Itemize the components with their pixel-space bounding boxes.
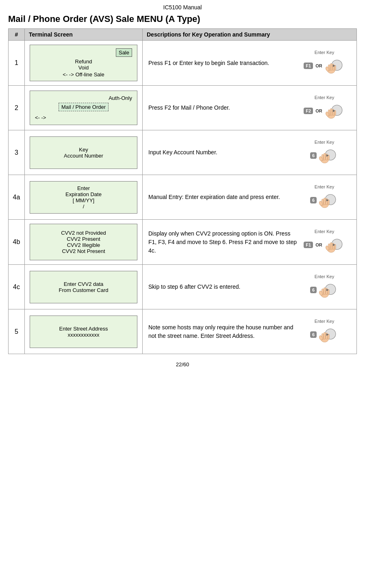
key-hand-wrap: F1OR (304, 56, 345, 76)
or-text: OR (315, 242, 322, 247)
desc-cell: Skip to step 6 after CVV2 is entered. En… (143, 265, 357, 309)
key-hand-wrap: 6 (310, 145, 339, 166)
key-icon-area: Enter Key 6 (298, 274, 351, 300)
row-number: 5 (9, 309, 25, 354)
key-badge: 6 (310, 331, 317, 338)
svg-rect-5 (330, 63, 332, 70)
table-row: 3KeyAccount Number Input Key Account Num… (9, 130, 357, 175)
desc-cell: Display only when CVV2 processing option… (143, 220, 357, 265)
desc-text: Display only when CVV2 processing option… (148, 229, 298, 255)
screen-cell: KeyAccount Number (25, 130, 143, 175)
desc-inner: Press F2 for Mail / Phone Order. Enter K… (148, 95, 351, 121)
screen-highlight: CVV2 not Provided (61, 230, 106, 236)
desc-inner: Display only when CVV2 processing option… (148, 229, 351, 255)
key-hand-wrap: 6 (310, 190, 339, 210)
terminal-screen: CVV2 not Provided CVV2 Present CVV2 Ille… (30, 224, 137, 260)
table-row: 4b CVV2 not Provided CVV2 Present CVV2 I… (9, 220, 357, 265)
desc-text: Note some hosts may only require the hou… (148, 323, 298, 340)
row-number: 1 (9, 41, 25, 86)
col-header-desc: Descriptions for Key Operation and Summa… (143, 29, 357, 41)
key-badge: 6 (310, 197, 317, 203)
desc-inner: Press F1 or Enter key to begin Sale tran… (148, 50, 351, 76)
row-number: 2 (9, 86, 25, 130)
desc-text: Manual Entry: Enter expiration date and … (148, 193, 298, 201)
key-badge: F1 (304, 63, 313, 69)
hand-press-icon (325, 56, 345, 76)
desc-cell: Press F1 or Enter key to begin Sale tran… (143, 41, 357, 86)
enter-key-label: Enter Key (315, 229, 334, 234)
enter-key-label: Enter Key (315, 140, 334, 145)
page-footer: 22/60 (8, 361, 357, 368)
key-icon-area: Enter Key F2OR (298, 95, 351, 121)
key-icon-area: Enter Key 6 (298, 140, 351, 166)
screen-cell: Sale Refund Void <- -> Off-line Sale (25, 41, 143, 86)
row-number: 4b (9, 220, 25, 265)
table-row: 2 Auth-Only Mail / Phone Order <- -> Pre… (9, 86, 357, 130)
key-badge: F1 (304, 242, 313, 248)
hand-press-icon (318, 324, 339, 345)
terminal-screen: Enter CVV2 dataFrom Customer Card (30, 271, 137, 303)
screen-line: Enter (77, 185, 90, 191)
terminal-screen: EnterExpiration Date[ MM/YY]/ (30, 181, 137, 214)
enter-key-label: Enter Key (315, 274, 334, 279)
screen-cell: EnterExpiration Date[ MM/YY]/ (25, 175, 143, 220)
screen-line: xxxxxxxxxxxx (68, 332, 100, 338)
terminal-screen: Enter Street Addressxxxxxxxxxxxx (30, 316, 137, 348)
key-badge: 6 (310, 152, 317, 159)
col-header-screen: Terminal Screen (25, 29, 143, 41)
svg-rect-13 (330, 108, 332, 115)
terminal-screen: KeyAccount Number (30, 136, 137, 169)
screen-line: Account Number (64, 153, 103, 159)
page-title: IC5100 Manual (8, 4, 357, 11)
hand-press-icon (325, 235, 345, 255)
hand-press-icon (318, 145, 339, 166)
row-number: 3 (9, 130, 25, 175)
key-hand-wrap: 6 (310, 324, 339, 345)
or-text: OR (315, 108, 322, 113)
main-table: # Terminal Screen Descriptions for Key O… (8, 28, 357, 354)
row-number: 4a (9, 175, 25, 220)
key-hand-wrap: 6 (310, 280, 339, 300)
screen-highlight: Mail / Phone Order (59, 103, 109, 111)
screen-line: Key (79, 147, 88, 153)
svg-rect-29 (324, 198, 326, 205)
table-header-row: # Terminal Screen Descriptions for Key O… (9, 29, 357, 41)
key-icon-area: Enter Key F1OR (298, 229, 351, 255)
key-icon-area: Enter Key 6 (298, 319, 351, 345)
key-hand-wrap: F2OR (304, 101, 345, 121)
enter-key-label: Enter Key (315, 50, 334, 55)
desc-inner: Skip to step 6 after CVV2 is entered. En… (148, 274, 351, 300)
screen-highlight: Sale (116, 48, 132, 57)
desc-inner: Input Key Account Number. Enter Key 6 (148, 140, 351, 166)
table-row: 4aEnterExpiration Date[ MM/YY]/ Manual E… (9, 175, 357, 220)
svg-rect-53 (324, 332, 326, 339)
enter-key-label: Enter Key (315, 184, 334, 189)
key-icon-area: Enter Key 6 (298, 184, 351, 210)
screen-cell: CVV2 not Provided CVV2 Present CVV2 Ille… (25, 220, 143, 265)
terminal-screen: Auth-Only Mail / Phone Order <- -> (30, 91, 137, 125)
desc-cell: Press F2 for Mail / Phone Order. Enter K… (143, 86, 357, 130)
hand-press-icon (318, 190, 339, 210)
desc-text: Press F1 or Enter key to begin Sale tran… (148, 59, 298, 67)
key-hand-wrap: F1OR (304, 235, 345, 255)
desc-cell: Note some hosts may only require the hou… (143, 309, 357, 354)
svg-rect-37 (330, 242, 332, 249)
screen-line: From Customer Card (59, 287, 108, 293)
key-icon-area: Enter Key F1OR (298, 50, 351, 76)
section-heading: Mail / Phone Order (AVS) Sale MENU (A Ty… (8, 14, 357, 24)
desc-text: Press F2 for Mail / Phone Order. (148, 104, 298, 112)
table-row: 5Enter Street Addressxxxxxxxxxxxx Note s… (9, 309, 357, 354)
hand-press-icon (325, 101, 345, 121)
desc-text: Input Key Account Number. (148, 148, 298, 157)
desc-inner: Manual Entry: Enter expiration date and … (148, 184, 351, 210)
svg-rect-21 (324, 153, 326, 160)
screen-cell: Enter CVV2 dataFrom Customer Card (25, 265, 143, 309)
desc-text: Skip to step 6 after CVV2 is entered. (148, 283, 298, 291)
desc-cell: Input Key Account Number. Enter Key 6 (143, 130, 357, 175)
row-number: 4c (9, 265, 25, 309)
desc-cell: Manual Entry: Enter expiration date and … (143, 175, 357, 220)
screen-cell: Enter Street Addressxxxxxxxxxxxx (25, 309, 143, 354)
enter-key-label: Enter Key (315, 95, 334, 100)
enter-key-label: Enter Key (315, 319, 334, 324)
screen-line: / (83, 203, 85, 210)
